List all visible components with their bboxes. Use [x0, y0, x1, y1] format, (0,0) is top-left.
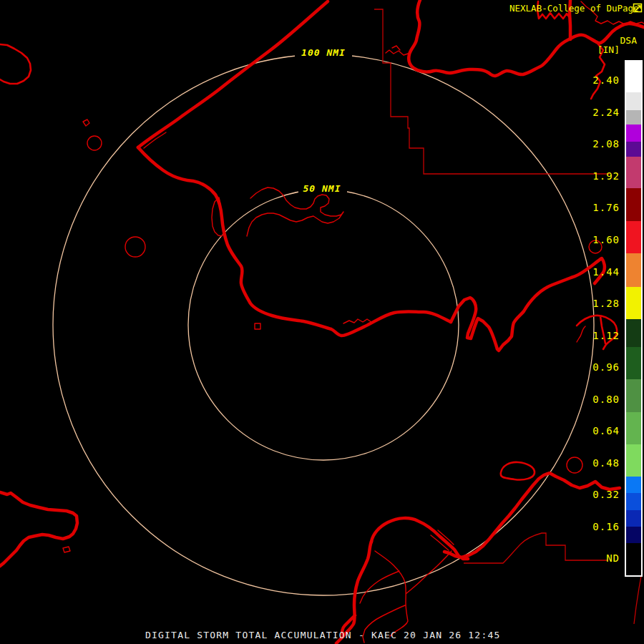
- coastline-southeast: [444, 473, 620, 557]
- legend-swatch-12: [626, 379, 641, 412]
- legend-label-4: 1.76: [592, 201, 620, 214]
- coastline-topleft-corner: [0, 44, 31, 84]
- coastline-bottom-dome: [371, 518, 468, 559]
- legend-colorbar: [625, 60, 643, 577]
- legend-label-13: 0.32: [592, 488, 620, 501]
- legend-label-12: 0.48: [592, 457, 620, 469]
- legend-swatch-18: [626, 527, 641, 543]
- islet-south-speck: [255, 323, 260, 329]
- legend-label-3: 1.92: [592, 170, 620, 182]
- legend-swatch-19: [626, 543, 641, 575]
- legend-label-2: 2.08: [592, 137, 620, 150]
- island-circle-southeast: [567, 457, 582, 473]
- legend-swatch-9: [626, 287, 641, 319]
- legend-label-1: 2.24: [592, 106, 620, 119]
- boundary-stairstep-north: [374, 9, 610, 174]
- islet-bottomleft: [63, 547, 70, 552]
- lagoon-network-bottom: [360, 530, 454, 643]
- boundary-below-legend: [634, 572, 642, 624]
- legend-label-10: 0.80: [592, 393, 620, 406]
- island-circle-west-large: [125, 237, 145, 257]
- legend-swatch-14: [626, 444, 641, 477]
- product-caption: DIGITAL STORM TOTAL ACCUMULATION - KAEC …: [145, 630, 500, 640]
- legend-label-9: 0.96: [592, 361, 620, 374]
- legend-product-code: DSA: [620, 35, 637, 46]
- radar-map: 100 NMI 50 NMI: [0, 0, 644, 644]
- legend-label-11: 0.64: [592, 424, 620, 437]
- coastline-northwest-arc: [138, 1, 328, 147]
- coastline-main: [138, 147, 451, 336]
- coastline-east-bays: [451, 258, 605, 351]
- legend-swatch-10: [626, 319, 641, 347]
- coastlines: [0, 0, 644, 643]
- range-ring-100nmi-label: 100 NMI: [301, 47, 346, 58]
- coastline-north-west-fork: [386, 46, 410, 55]
- legend-swatch-17: [626, 510, 641, 527]
- legend-swatch-15: [626, 477, 641, 493]
- coastline-right-edge-detail: [343, 319, 585, 342]
- legend-swatch-6: [626, 188, 641, 221]
- lagoon-complex-center: [247, 187, 343, 236]
- legend-swatch-16: [626, 493, 641, 510]
- boundary-stairstep-southeast: [464, 533, 608, 563]
- legend-swatch-11: [626, 347, 641, 379]
- college-of-dupage-logo-icon: [633, 2, 643, 13]
- legend-swatch-5: [626, 157, 641, 188]
- legend-label-0: 2.40: [592, 74, 620, 87]
- legend-swatch-0: [626, 62, 641, 92]
- coastline-bottomleft-peninsula: [0, 492, 77, 566]
- legend-swatch-8: [626, 253, 641, 287]
- range-ring-50nmi: [188, 190, 459, 460]
- legend-swatch-3: [626, 125, 641, 142]
- site-title: NEXLAB-College of DuPage: [509, 3, 639, 14]
- legend-label-8: 1.12: [592, 329, 620, 342]
- legend-label-14: 0.16: [592, 520, 620, 533]
- island-oval-southeast: [501, 462, 535, 480]
- radar-display: 100 NMI 50 NMI: [0, 0, 644, 644]
- legend-swatch-2: [626, 110, 641, 125]
- legend-label-7: 1.28: [592, 297, 620, 310]
- island-circle-west-small: [87, 136, 102, 150]
- legend-label-15: ND: [606, 552, 620, 565]
- legend-swatch-4: [626, 142, 641, 157]
- legend-label-5: 1.60: [592, 233, 620, 246]
- legend-units: [IN]: [597, 44, 620, 55]
- legend-label-6: 1.44: [592, 265, 620, 278]
- legend-swatch-7: [626, 221, 641, 253]
- range-ring-50nmi-label: 50 NMI: [303, 183, 341, 194]
- legend-swatch-1: [626, 92, 641, 110]
- islet-west-speck: [83, 119, 89, 126]
- legend-swatch-13: [626, 412, 641, 444]
